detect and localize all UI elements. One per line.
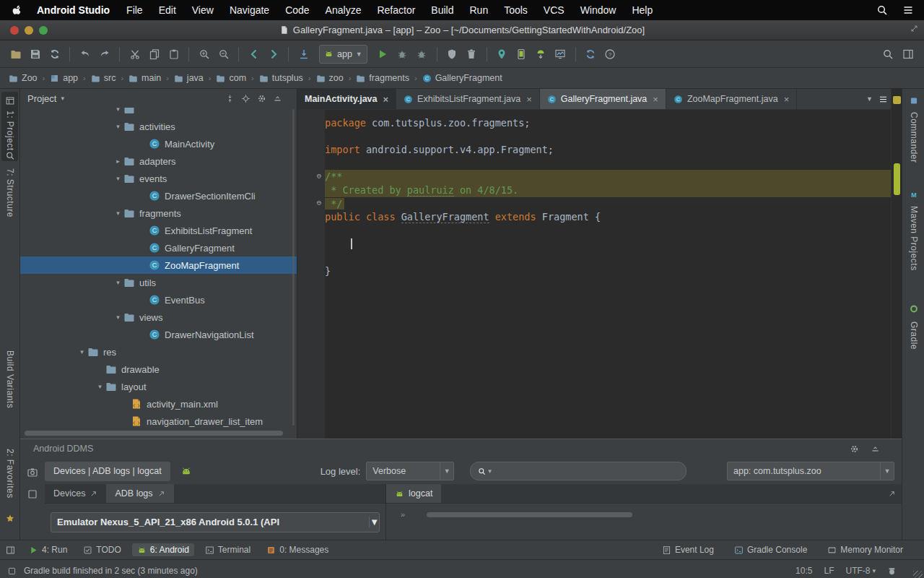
open-button[interactable] [6,45,25,63]
breadcrumb-tutsplus[interactable]: tutsplus [259,73,303,83]
breadcrumb-zoo[interactable]: zoo [316,73,344,83]
spotlight-search-icon[interactable] [876,4,888,16]
screen-record-icon[interactable] [27,488,38,500]
log-level-select[interactable]: Verbose ▼ [366,462,454,480]
gradle-icon[interactable] [910,304,919,314]
tree-item-events[interactable]: ▾events [20,170,297,187]
monitor-button[interactable] [551,45,570,63]
highlighting-level-icon[interactable] [887,566,897,576]
menu-item-window[interactable]: Window [572,4,624,16]
editor-tab-exhibitslistfragment.java[interactable]: CExhibitsListFragment.java× [396,89,540,109]
tree-arrow-icon[interactable]: ▾ [77,348,87,355]
run-config-select[interactable]: app▼ [319,45,367,64]
breadcrumb-galleryfragment[interactable]: CGalleryFragment [422,73,502,83]
tree-arrow-icon[interactable]: ▾ [113,314,123,321]
close-icon[interactable]: × [526,94,532,105]
scroll-from-source-icon[interactable] [241,94,250,103]
tree-item-drawable[interactable]: drawable [20,361,297,378]
redo-button[interactable] [95,45,114,63]
save-button[interactable] [25,45,45,63]
debug-button[interactable] [393,45,412,63]
logcat-content[interactable]: » [386,504,902,540]
search-everywhere-icon[interactable] [882,48,894,60]
forward-button[interactable] [263,45,283,63]
avd-button[interactable] [512,45,531,63]
tab-list-icon[interactable] [879,95,888,104]
menu-item-analyze[interactable]: Analyze [318,4,370,16]
device-select[interactable]: Emulator Nexus_5_API_21_x86 Android 5.0.… [51,512,380,532]
window-resize-grip[interactable] [913,571,923,578]
breadcrumb-zoo[interactable]: Zoo [9,73,38,83]
tree-item-galleryfragment[interactable]: CGalleryFragment [20,239,297,256]
stripe-button-maven-projects[interactable]: Maven Projects [909,206,919,271]
tree-item[interactable]: ▾ [20,108,297,118]
settings-gear-icon[interactable] [257,94,266,103]
tree-item-exhibitslistfragment[interactable]: CExhibitsListFragment [20,222,297,239]
apple-menu-icon[interactable] [10,4,22,17]
coverage-button[interactable] [443,45,462,63]
menu-item-vcs[interactable]: VCS [536,4,572,16]
menu-item-code[interactable]: Code [277,4,317,16]
notification-list-icon[interactable] [902,4,914,16]
zoom-button[interactable] [39,26,48,35]
editor-tab-zoomapfragment.java[interactable]: CZooMapFragment.java× [666,89,797,109]
window-icon[interactable] [5,96,14,105]
close-icon[interactable]: × [653,94,658,105]
help-panel-icon[interactable] [902,48,914,60]
screenshot-camera-icon[interactable] [27,467,38,478]
tree-item-drawersectionitemcli[interactable]: CDrawerSectionItemCli [20,187,297,204]
paste-button[interactable] [164,45,183,63]
tree-item-mainactivity[interactable]: CMainActivity [20,135,297,152]
statusbar-toggle-icon[interactable] [7,566,17,576]
tree-arrow-icon[interactable]: ▾ [113,108,123,113]
gc-button[interactable] [462,45,481,63]
editor-tab-galleryfragment.java[interactable]: CGalleryFragment.java× [540,89,666,109]
toolwindow-button-0--messages[interactable]: 0: Messages [261,543,334,556]
tree-item-fragments[interactable]: ▾fragments [20,204,297,222]
zoom-out-button[interactable] [214,45,233,63]
tree-item-views[interactable]: ▾views [20,309,297,326]
project-horizontal-scrollbar[interactable] [25,431,283,436]
toolwindow-button-4--run[interactable]: 4: Run [24,543,72,556]
toolwindow-button-gradle-console[interactable]: Gradle Console [729,543,812,556]
tree-arrow-icon[interactable]: ▾ [95,383,105,390]
scrollbar-thumb[interactable] [894,163,900,195]
ddms-hide-icon[interactable] [871,444,880,454]
toolwindow-button-6--android[interactable]: 6: Android [132,543,194,556]
tree-item-layout[interactable]: ▾layout [20,378,297,395]
breadcrumb-main[interactable]: main [128,73,161,83]
tab-devices[interactable]: Devices [45,484,106,503]
line-separator[interactable]: LF [824,566,834,576]
tree-item-eventbus[interactable]: CEventBus [20,291,297,309]
float-window-icon[interactable] [888,490,896,498]
toolwindow-button-todo[interactable]: TODO [78,543,126,556]
tree-item-activities[interactable]: ▾activities [20,118,297,135]
project-tree[interactable]: ▾▾activitiesCMainActivity▸adapters▾event… [20,108,297,439]
stripe-button-build-variants[interactable]: Build Variants [5,350,15,408]
magnifier-icon[interactable] [5,151,14,160]
stripe-button-gradle[interactable]: Gradle [909,322,919,350]
ddms-tab[interactable]: Devices | ADB logs | logcat [45,462,170,481]
project-vertical-scrollbar[interactable] [292,109,295,426]
update-button[interactable] [294,45,313,63]
breadcrumb-com[interactable]: com [216,73,246,83]
tree-item-navigation_drawer_list_item[interactable]: navigation_drawer_list_item [20,413,297,430]
tree-item-adapters[interactable]: ▸adapters [20,152,297,170]
back-button[interactable] [244,45,263,63]
menu-item-file[interactable]: File [118,4,151,16]
fold-marker-icon[interactable]: ⊖ [315,199,323,207]
tree-arrow-icon[interactable]: ▾ [113,123,123,130]
minimize-button[interactable] [25,26,33,35]
code-editor[interactable]: ⊖⊖ package com.tutsplus.zoo.fragments;im… [297,110,891,439]
inspection-status-icon[interactable] [893,96,901,104]
undo-button[interactable] [75,45,95,63]
zoom-in-button[interactable] [194,45,214,63]
stripe-button----structure[interactable]: 7: Structure [5,168,15,217]
close-icon[interactable]: × [383,94,389,105]
tree-item-activity_main.xml[interactable]: activity_main.xml [20,395,297,413]
hide-panel-icon[interactable] [273,94,282,103]
help-button[interactable]: ? [601,45,620,63]
logcat-horizontal-scrollbar[interactable] [427,512,632,517]
breadcrumb-fragments[interactable]: fragments [356,73,409,83]
breadcrumb-java[interactable]: java [174,73,204,83]
